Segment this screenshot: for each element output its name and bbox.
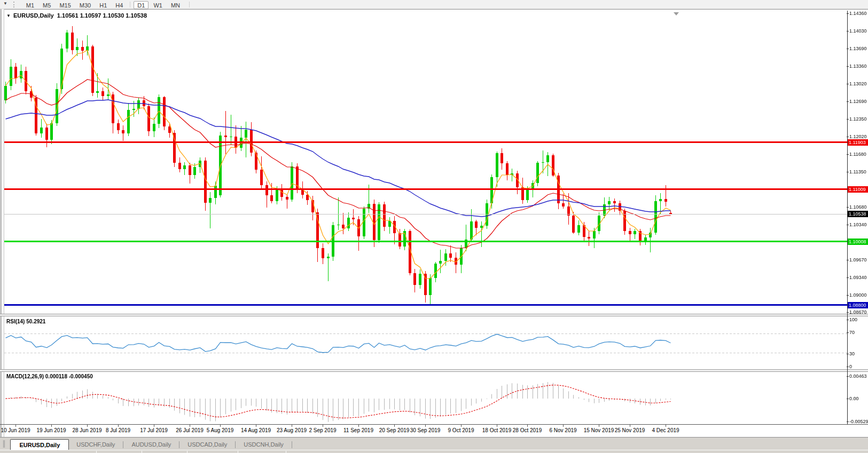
rsi-label: RSI(14) 50.2921 bbox=[6, 319, 45, 324]
price-tick-label: 1.13690 bbox=[849, 46, 867, 52]
timeframe-button-m5[interactable]: M5 bbox=[39, 1, 54, 9]
price-tick-label: 1.13020 bbox=[849, 81, 867, 87]
timeframe-button-d1[interactable]: D1 bbox=[134, 1, 148, 9]
price-tick-label: 1.11350 bbox=[849, 169, 866, 175]
chart-window-left-border bbox=[0, 9, 4, 453]
status-bar-separator bbox=[286, 451, 286, 453]
price-tick-label: 1.09340 bbox=[849, 275, 867, 281]
timeframe-button-m30[interactable]: M30 bbox=[76, 1, 95, 9]
chart-title-symbol: EURUSD,Daily bbox=[13, 12, 54, 19]
tab-separator bbox=[179, 441, 179, 448]
macd-panel-separator[interactable] bbox=[0, 369, 868, 372]
tab-bar-grip-handle[interactable] bbox=[3, 440, 6, 448]
chart-tab-eurusd[interactable]: EURUSD,Daily bbox=[10, 439, 69, 450]
price-tick-label: 1.14030 bbox=[849, 28, 867, 34]
chart-tab-usdcnh[interactable]: USDCNH,Daily bbox=[236, 439, 291, 450]
date-label: 4 Dec 2019 bbox=[642, 427, 690, 433]
price-tick-label: 1.13360 bbox=[849, 63, 867, 69]
timeframe-button-h4[interactable]: H4 bbox=[112, 1, 127, 9]
chart-tab-audusd[interactable]: AUDUSD,Daily bbox=[124, 439, 178, 450]
status-bar-separator bbox=[187, 451, 187, 453]
price-tick-label: 1.11680 bbox=[849, 152, 866, 157]
price-badge-1.11009: 1.11009 bbox=[848, 186, 868, 193]
price-tick-label: 1.10340 bbox=[849, 222, 867, 228]
rsi-tick-label: 30 bbox=[849, 351, 855, 357]
macd-tick-label: 0.00 bbox=[849, 396, 859, 402]
price-tick-label: 1.08670 bbox=[849, 309, 867, 315]
price-axis[interactable] bbox=[848, 11, 868, 424]
main-price-chart-canvas[interactable] bbox=[4, 11, 847, 314]
toolbar-separator bbox=[189, 2, 190, 7]
tab-separator bbox=[123, 441, 123, 448]
price-tick-label: 1.09670 bbox=[849, 257, 867, 263]
chart-menu-arrow-icon[interactable]: ▼ bbox=[6, 13, 11, 18]
price-badge-1.11903: 1.11903 bbox=[848, 139, 868, 146]
timeframe-button-w1[interactable]: W1 bbox=[150, 1, 166, 9]
timeframe-button-m15[interactable]: M15 bbox=[56, 1, 74, 9]
status-bar-separator bbox=[96, 451, 97, 453]
price-tick-label: 1.12690 bbox=[849, 99, 867, 105]
chart-title: ▼EURUSD,Daily 1.10561 1.10597 1.10530 1.… bbox=[6, 12, 147, 19]
price-badge-1.08800: 1.08800 bbox=[848, 302, 868, 308]
toolbar-separator bbox=[130, 2, 130, 7]
timeframe-toolbar: ▼ M1M5M15M30H1H4D1W1MN bbox=[0, 0, 868, 9]
chart-tab-usdcad[interactable]: USDCAD,Daily bbox=[180, 439, 234, 450]
timeframe-button-m1[interactable]: M1 bbox=[22, 1, 38, 9]
support-line-green[interactable] bbox=[4, 241, 847, 242]
rsi-indicator-canvas[interactable] bbox=[4, 316, 847, 370]
status-bar-separator bbox=[142, 451, 142, 453]
price-badge-1.10538: 1.10538 bbox=[848, 211, 868, 217]
price-tick-label: 1.14360 bbox=[849, 11, 867, 17]
rsi-tick-label: 70 bbox=[849, 330, 855, 336]
chart-tab-usdchf[interactable]: USDCHF,Daily bbox=[69, 439, 122, 450]
tab-separator bbox=[292, 441, 292, 448]
rsi-tick-label: 0 bbox=[849, 364, 852, 370]
macd-indicator-canvas[interactable] bbox=[4, 372, 847, 424]
chart-shift-marker-icon[interactable] bbox=[674, 12, 679, 15]
terminal-window: ▼ M1M5M15M30H1H4D1W1MN ▼EURUSD,Daily 1.1… bbox=[0, 0, 868, 453]
status-bar bbox=[0, 450, 868, 453]
chart-title-ohlc: 1.10561 1.10597 1.10530 1.10538 bbox=[57, 12, 147, 19]
chart-tab-bar: EURUSD,DailyUSDCHF,DailyAUDUSD,DailyUSDC… bbox=[0, 437, 868, 450]
toolbar-dropdown-icon[interactable]: ▼ bbox=[0, 0, 10, 6]
status-bar-separator bbox=[238, 451, 238, 453]
macd-tick-label: -0.00529 bbox=[849, 419, 868, 425]
support-line-blue[interactable] bbox=[4, 304, 847, 306]
resistance-line-upper[interactable] bbox=[4, 141, 847, 143]
macd-tick-label: 0.00463 bbox=[849, 373, 867, 379]
tab-separator bbox=[235, 441, 236, 448]
rsi-panel-separator[interactable] bbox=[0, 314, 868, 316]
timeframe-button-mn[interactable]: MN bbox=[167, 1, 184, 9]
toolbar-grip-handle[interactable] bbox=[13, 2, 15, 7]
price-badge-1.10008: 1.10008 bbox=[848, 239, 868, 245]
rsi-tick-label: 100 bbox=[849, 317, 857, 323]
price-tick-label: 1.09000 bbox=[849, 292, 867, 298]
price-tick-label: 1.10680 bbox=[849, 204, 867, 210]
macd-label: MACD(12,26,9) 0.000118 -0.000450 bbox=[6, 373, 93, 379]
timeframe-button-h1[interactable]: H1 bbox=[96, 1, 111, 9]
price-tick-label: 1.12350 bbox=[849, 116, 867, 122]
current-price-line bbox=[4, 214, 847, 214]
resistance-line-lower[interactable] bbox=[4, 188, 847, 190]
